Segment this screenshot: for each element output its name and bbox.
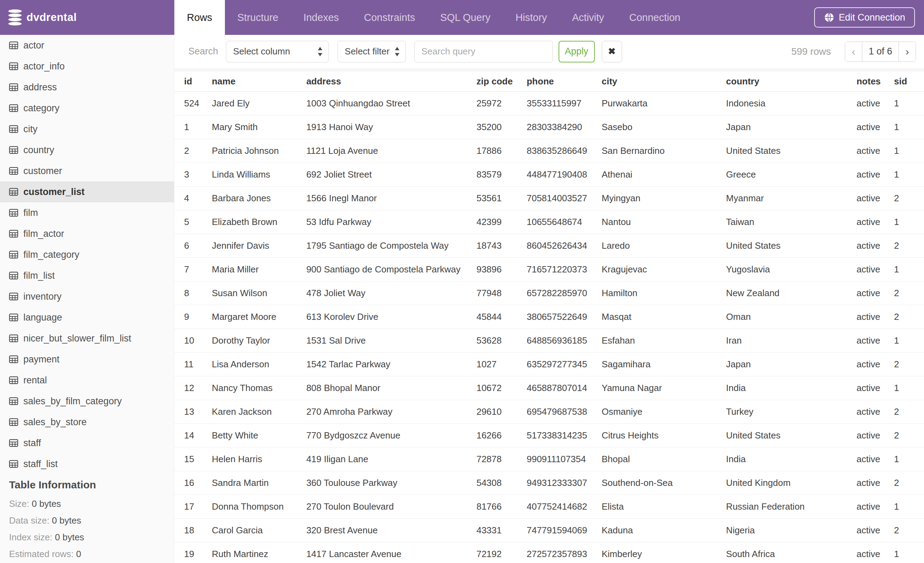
sidebar-item-actor[interactable]: actor <box>0 35 174 56</box>
sidebar-item-city[interactable]: city <box>0 119 174 140</box>
table-cell: United States <box>726 139 856 162</box>
table-info-value: 0 bytes <box>29 498 61 509</box>
table-cell: Myanmar <box>726 186 856 210</box>
table-cell: Osmaniye <box>602 400 726 423</box>
table-row[interactable]: 18Carol Garcia320 Brest Avenue4333174779… <box>174 518 924 542</box>
table-info-line: Index size: 0 bytes <box>9 529 174 546</box>
table-row[interactable]: 15Helen Harris419 Iligan Lane72878990911… <box>174 447 924 471</box>
table-icon <box>9 272 18 279</box>
data-table: idnameaddresszip codephonecitycountrynot… <box>174 72 924 563</box>
tab-connection[interactable]: Connection <box>617 0 693 35</box>
table-row[interactable]: 5Elizabeth Brown53 Idfu Parkway423991065… <box>174 210 924 234</box>
table-information-lines: Size: 0 bytesData size: 0 bytesIndex siz… <box>9 495 174 562</box>
sidebar-item-label: city <box>23 124 38 135</box>
table-cell: 2 <box>894 186 924 210</box>
table-row[interactable]: 17Donna Thompson270 Toulon Boulevard8176… <box>174 495 924 518</box>
table-cell: United States <box>726 234 856 257</box>
column-header-zip-code[interactable]: zip code <box>476 72 526 92</box>
clear-search-button[interactable]: ✖ <box>602 41 622 62</box>
table-cell: India <box>726 376 856 400</box>
tab-rows[interactable]: Rows <box>174 0 225 35</box>
sidebar-item-label: country <box>23 145 54 156</box>
table-row[interactable]: 8Susan Wilson478 Joliet Way7794865728228… <box>174 281 924 305</box>
table-row[interactable]: 3Linda Williams692 Joliet Street83579448… <box>174 162 924 186</box>
column-header-phone[interactable]: phone <box>526 72 602 92</box>
column-header-city[interactable]: city <box>602 72 726 92</box>
table-row[interactable]: 19Ruth Martinez1417 Lancaster Avenue7219… <box>174 542 924 563</box>
table-cell: 465887807014 <box>526 376 602 400</box>
sidebar-item-sales_by_film_category[interactable]: sales_by_film_category <box>0 391 174 411</box>
table-row[interactable]: 9Margaret Moore613 Korolev Drive45844380… <box>174 305 924 329</box>
table-row[interactable]: 12Nancy Thomas808 Bhopal Manor1067246588… <box>174 376 924 400</box>
table-cell: 860452626434 <box>526 234 602 257</box>
table-row[interactable]: 2Patricia Johnson1121 Loja Avenue1788683… <box>174 139 924 162</box>
table-row[interactable]: 14Betty White770 Bydgoszcz Avenue1626651… <box>174 423 924 447</box>
sidebar-item-film_actor[interactable]: film_actor <box>0 223 174 244</box>
apply-button[interactable]: Apply <box>559 41 595 62</box>
main-content: Search Select column Select filter Apply… <box>174 35 924 563</box>
table-cell: United Kingdom <box>726 471 856 495</box>
sidebar-item-address[interactable]: address <box>0 77 174 98</box>
table-row[interactable]: 4Barbara Jones1566 Inegl Manor5356170581… <box>174 186 924 210</box>
table-cell: active <box>856 186 894 210</box>
table-cell: India <box>726 447 856 471</box>
sidebar-item-language[interactable]: language <box>0 307 174 328</box>
sidebar-item-film_list[interactable]: film_list <box>0 265 174 286</box>
tab-structure[interactable]: Structure <box>225 0 291 35</box>
sidebar-item-customer_list[interactable]: customer_list <box>0 182 174 202</box>
table-cell: 320 Brest Avenue <box>306 518 476 542</box>
table-cell: 272572357893 <box>526 542 602 563</box>
sidebar-item-country[interactable]: country <box>0 140 174 161</box>
table-row[interactable]: 13Karen Jackson270 Amroha Parkway2961069… <box>174 400 924 423</box>
table-row[interactable]: 524Jared Ely1003 Qinhuangdao Street25972… <box>174 92 924 115</box>
table-cell: Dorothy Taylor <box>212 329 306 352</box>
sidebar-item-inventory[interactable]: inventory <box>0 286 174 307</box>
tab-sql-query[interactable]: SQL Query <box>428 0 503 35</box>
column-header-id[interactable]: id <box>174 72 212 92</box>
table-icon <box>9 335 18 342</box>
table-cell: 1795 Santiago de Compostela Way <box>306 234 476 257</box>
table-row[interactable]: 7Maria Miller900 Santiago de Compostela … <box>174 257 924 281</box>
sidebar-item-customer[interactable]: customer <box>0 161 174 182</box>
table-row[interactable]: 10Dorothy Taylor1531 Sal Drive5362864885… <box>174 329 924 352</box>
tab-indexes[interactable]: Indexes <box>291 0 351 35</box>
table-info-line: Size: 0 bytes <box>9 495 174 512</box>
table-cell: 42399 <box>476 210 526 234</box>
table-cell: 1 <box>894 162 924 186</box>
sidebar-item-actor_info[interactable]: actor_info <box>0 56 174 77</box>
sidebar-item-staff[interactable]: staff <box>0 432 174 453</box>
search-input[interactable] <box>414 41 553 62</box>
table-row[interactable]: 6Jennifer Davis1795 Santiago de Composte… <box>174 234 924 257</box>
table-icon <box>9 314 18 321</box>
next-page-button[interactable]: › <box>899 42 916 62</box>
table-row[interactable]: 1Mary Smith1913 Hanoi Way352002830338429… <box>174 115 924 139</box>
edit-connection-button[interactable]: Edit Connection <box>814 8 915 27</box>
table-row[interactable]: 11Lisa Anderson1542 Tarlac Parkway102763… <box>174 352 924 376</box>
sidebar-item-category[interactable]: category <box>0 98 174 119</box>
sidebar-item-film_category[interactable]: film_category <box>0 244 174 265</box>
table-cell: 10 <box>174 329 212 352</box>
tab-constraints[interactable]: Constraints <box>351 0 428 35</box>
table-cell: 1 <box>894 115 924 139</box>
sidebar-item-staff_list[interactable]: staff_list <box>0 453 174 474</box>
column-select[interactable]: Select column <box>226 41 329 62</box>
sidebar-item-film[interactable]: film <box>0 202 174 223</box>
table-row[interactable]: 16Sandra Martin360 Toulouse Parkway54308… <box>174 471 924 495</box>
table-cell: 25972 <box>476 92 526 115</box>
table-icon <box>9 167 18 175</box>
sidebar-item-rental[interactable]: rental <box>0 370 174 391</box>
column-header-sid[interactable]: sid <box>894 72 924 92</box>
previous-page-button[interactable]: ‹ <box>845 42 862 62</box>
column-header-name[interactable]: name <box>212 72 306 92</box>
sidebar-item-sales_by_store[interactable]: sales_by_store <box>0 411 174 432</box>
tab-history[interactable]: History <box>503 0 559 35</box>
sidebar-item-payment[interactable]: payment <box>0 349 174 370</box>
filter-select[interactable]: Select filter <box>338 41 406 62</box>
table-icon <box>9 376 18 384</box>
tab-activity[interactable]: Activity <box>560 0 617 35</box>
column-header-country[interactable]: country <box>726 72 856 92</box>
column-header-address[interactable]: address <box>306 72 476 92</box>
sidebar-item-nicer_but_slower_film_list[interactable]: nicer_but_slower_film_list <box>0 328 174 349</box>
column-header-notes[interactable]: notes <box>856 72 894 92</box>
table-cell: 1 <box>894 495 924 518</box>
